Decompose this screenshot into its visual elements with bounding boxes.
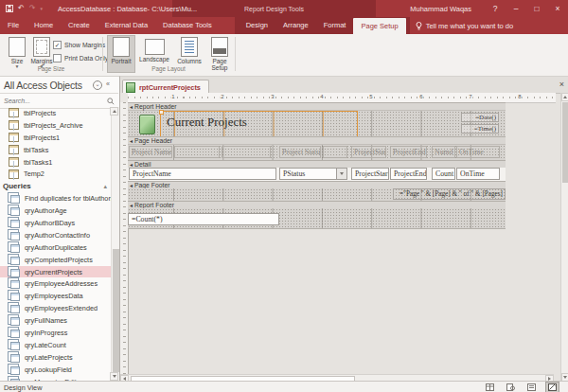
nav-pane-header[interactable]: All Access Objects ⌄ «: [0, 77, 119, 93]
nav-item-query-selected[interactable]: qryCurrentProjects: [0, 266, 111, 278]
nav-item-query[interactable]: qryInProgress: [0, 327, 111, 339]
nav-item-query[interactable]: qryCompletedProjects: [0, 254, 111, 266]
tab-database-tools[interactable]: Database Tools: [155, 17, 220, 34]
column-header-label[interactable]: OnTime: [456, 146, 500, 158]
column-header-label[interactable]: ProjectStart: [351, 146, 386, 158]
column-header-label[interactable]: Project Name: [129, 146, 172, 158]
nav-item-table[interactable]: tblTasks1: [0, 156, 111, 169]
user-name[interactable]: Muhammad Waqas: [410, 5, 471, 13]
checkbox-unchecked-icon: [53, 54, 62, 62]
nav-item-query[interactable]: qryEmployeesData: [0, 290, 111, 302]
combobox-dropdown-icon[interactable]: [336, 169, 346, 179]
ruler-number: 3: [270, 94, 275, 99]
layout-view-icon[interactable]: [525, 383, 538, 392]
datasheet-view-icon[interactable]: [484, 383, 496, 392]
report-footer-band[interactable]: =Count(*): [128, 208, 506, 229]
nav-item-query[interactable]: qryLookupField: [0, 364, 111, 376]
time-textbox[interactable]: =Time(): [461, 124, 499, 134]
logo-image-placeholder[interactable]: [139, 115, 155, 134]
date-textbox[interactable]: =Date(): [461, 113, 499, 122]
undo-icon[interactable]: ↶: [18, 5, 25, 12]
nav-item-query[interactable]: qryFullNames: [0, 314, 111, 327]
nav-scroll-up-button[interactable]: [110, 107, 118, 116]
nav-menu-icon[interactable]: ⌄: [93, 80, 102, 90]
empty-label-box[interactable]: [323, 146, 347, 158]
help-button[interactable]: ?: [485, 0, 506, 17]
minimize-button[interactable]: –: [506, 0, 526, 17]
shutter-close-icon[interactable]: «: [106, 80, 110, 90]
title-bar: Report Design Tools ↶ ↷ ▾ AccessDatabase…: [0, 0, 568, 17]
nav-scroll-down-button[interactable]: [110, 372, 118, 381]
nav-item-query[interactable]: qryAuthorBDays: [0, 217, 111, 229]
nav-item-table[interactable]: tblTasks: [0, 144, 111, 156]
column-header-label[interactable]: ProjectEnd: [390, 146, 427, 158]
count-textbox[interactable]: =Count(*): [128, 213, 279, 225]
search-input[interactable]: [0, 98, 107, 104]
field-textbox[interactable]: ProjectStart: [351, 168, 389, 180]
nav-item-query[interactable]: qryLateProjects: [0, 351, 111, 364]
empty-label-box[interactable]: [174, 146, 220, 158]
page-footer-band[interactable]: ="Page " & [Page] & " of " & [Pages]: [128, 188, 506, 201]
section-bar-report-header[interactable]: ◂Report Header: [128, 102, 506, 111]
nav-scrollbar-thumb[interactable]: [113, 249, 119, 372]
tell-me-box[interactable]: Tell me what you want to do: [416, 17, 514, 34]
field-textbox[interactable]: Count: [432, 168, 455, 180]
collapse-group-icon[interactable]: ▴: [103, 183, 107, 190]
close-button[interactable]: ×: [547, 0, 568, 17]
page-header-band[interactable]: Project Name Project Status ProjectStart…: [128, 145, 506, 160]
save-icon[interactable]: [6, 5, 13, 12]
qat-customize-icon[interactable]: ▾: [40, 5, 43, 12]
nav-item-label: tblProjects: [24, 109, 56, 117]
field-textbox[interactable]: OnTime: [456, 168, 500, 180]
document-tab[interactable]: rptCurrentProjects: [122, 80, 209, 94]
nav-item-table[interactable]: Temp2: [0, 168, 111, 180]
section-bar-page-header[interactable]: ◂Page Header: [128, 136, 506, 145]
column-header-label[interactable]: Numd: [432, 146, 455, 158]
nav-item-query[interactable]: qryEmployeesExtended: [0, 302, 111, 314]
print-preview-icon[interactable]: [505, 383, 517, 392]
nav-item-table[interactable]: tblProjects: [0, 107, 111, 119]
nav-item-table[interactable]: tblProjects_Archive: [0, 119, 111, 132]
nav-object-list: tblProjects tblProjects_Archive tblProje…: [0, 107, 111, 382]
column-header-label[interactable]: Project Status: [279, 146, 321, 158]
design-view-icon[interactable]: [546, 383, 559, 392]
show-margins-checkbox[interactable]: Show Margins: [53, 41, 105, 49]
queries-group-label: Queries: [3, 182, 31, 190]
detail-band[interactable]: ProjectName PStatus ProjectStart Project…: [128, 168, 506, 181]
page-number-textbox[interactable]: ="Page " & [Page] & " of " & [Pages]: [393, 188, 506, 200]
maximize-button[interactable]: □: [526, 0, 547, 17]
search-icon[interactable]: [107, 98, 115, 105]
vertical-scrollbar[interactable]: [560, 93, 568, 382]
nav-group-queries[interactable]: Queries▴: [0, 180, 111, 192]
tab-external-data[interactable]: External Data: [98, 17, 155, 34]
nav-item-table[interactable]: tblProjects1: [0, 132, 111, 144]
tab-format[interactable]: Format: [316, 17, 354, 34]
nav-item-query[interactable]: qryLateCount: [0, 339, 111, 351]
tab-create[interactable]: Create: [61, 17, 98, 34]
vertical-scrollbar-thumb[interactable]: [562, 102, 568, 183]
field-textbox[interactable]: ProjectName: [129, 168, 276, 180]
title-selection-box[interactable]: Current Projects: [160, 111, 358, 137]
nav-item-query[interactable]: qryAuthorDuplicates: [0, 241, 111, 254]
tab-arrange[interactable]: Arrange: [275, 17, 316, 34]
nav-item-query[interactable]: Find duplicates for tblAuthors: [0, 192, 111, 205]
nav-scrollbar[interactable]: [111, 107, 120, 382]
field-combobox[interactable]: PStatus: [279, 168, 347, 180]
report-header-band[interactable]: Current Projects =Date() =Time(): [128, 111, 506, 136]
tab-file[interactable]: File: [0, 17, 27, 34]
tab-home[interactable]: Home: [27, 17, 61, 34]
nav-item-query[interactable]: qryAuthorContactInfo: [0, 229, 111, 241]
report-icon: [126, 82, 135, 93]
empty-label-box[interactable]: [222, 146, 271, 158]
print-data-only-checkbox[interactable]: Print Data Only: [53, 54, 108, 62]
nav-item-label: qryAuthorDuplicates: [25, 243, 87, 252]
tab-page-setup[interactable]: Page Setup: [353, 18, 405, 34]
navigation-pane: All Access Objects ⌄ « tblProjects tblPr…: [0, 76, 120, 382]
tab-design[interactable]: Design: [239, 17, 275, 34]
nav-item-label: tblTasks1: [24, 158, 52, 167]
nav-item-query[interactable]: qryAuthorAge: [0, 205, 111, 217]
document-close-icon[interactable]: ×: [559, 79, 564, 91]
scroll-up-button[interactable]: [561, 93, 568, 101]
field-textbox[interactable]: ProjectEnd: [390, 168, 427, 180]
nav-item-query[interactable]: qryEmployeeAddresses: [0, 277, 111, 290]
